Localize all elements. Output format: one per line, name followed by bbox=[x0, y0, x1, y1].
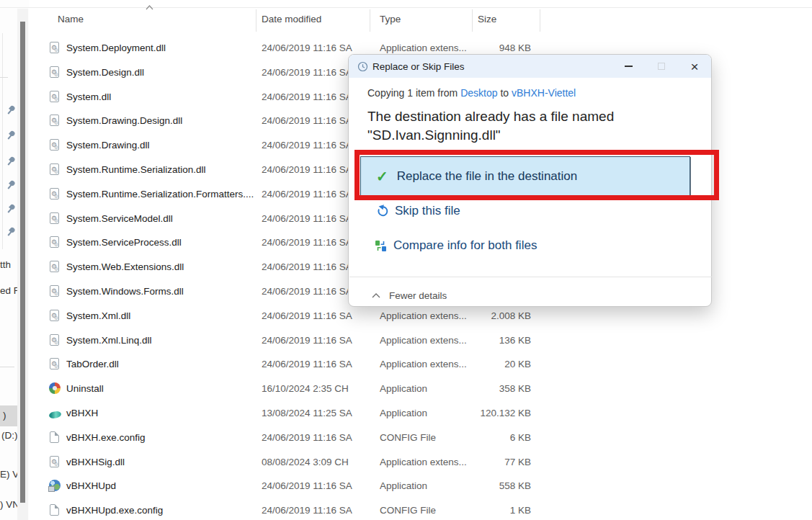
minimize-button[interactable] bbox=[612, 55, 645, 78]
file-name-cell: System.Runtime.Serialization.dll bbox=[66, 164, 206, 175]
date-modified-cell: 24/06/2019 11:16 SA bbox=[262, 480, 352, 491]
size-cell: 136 KB bbox=[432, 334, 531, 345]
highlight-annotation-box bbox=[354, 150, 719, 200]
date-modified-cell: 13/08/2024 11:25 SA bbox=[262, 408, 352, 418]
date-modified-cell: 24/06/2019 11:16 SA bbox=[262, 334, 352, 345]
file-icon bbox=[50, 261, 59, 272]
clock-icon bbox=[357, 61, 368, 72]
conflict-message-line1: The destination already has a file named bbox=[367, 107, 614, 126]
file-name-cell: System.Runtime.Serialization.Formatters.… bbox=[66, 188, 254, 199]
fewer-details-label: Fewer details bbox=[389, 290, 447, 301]
date-modified-cell: 24/06/2019 11:16 SA bbox=[262, 212, 352, 223]
size-cell: 6 KB bbox=[432, 431, 531, 442]
size-cell: 358 KB bbox=[432, 383, 531, 394]
file-icon bbox=[50, 358, 59, 369]
date-modified-cell: 24/06/2019 11:16 SA bbox=[262, 286, 352, 297]
close-button[interactable]: × bbox=[678, 55, 711, 78]
file-name-cell: vBHXHUpd bbox=[66, 480, 116, 491]
dialog-titlebar[interactable]: Replace or Skip Files × bbox=[349, 55, 711, 78]
table-row[interactable]: vBHXHSig.dll 08/08/2024 3:09 CH Applicat… bbox=[29, 449, 576, 474]
file-name-cell: System.Drawing.Design.dll bbox=[66, 115, 182, 126]
file-name-cell: System.ServiceProcess.dll bbox=[66, 237, 182, 248]
table-row[interactable]: vBHXH.exe.config 24/06/2019 11:16 SA CON… bbox=[29, 425, 576, 449]
file-icon bbox=[50, 163, 59, 175]
file-icon bbox=[50, 115, 59, 126]
date-modified-cell: 24/06/2019 11:16 SA bbox=[262, 237, 352, 248]
file-icon bbox=[50, 456, 59, 467]
copy-status-line: Copying 1 item from Desktop to vBHXH-Vie… bbox=[367, 87, 576, 99]
file-icon bbox=[50, 42, 59, 53]
table-row[interactable]: vBHXHUpd.exe.config 24/06/2019 11:16 SA … bbox=[29, 498, 576, 520]
file-icon bbox=[50, 310, 59, 321]
file-name-cell: Uninstall bbox=[66, 383, 104, 394]
file-icon bbox=[50, 504, 59, 516]
dialog-divider bbox=[349, 277, 712, 277]
destination-link[interactable]: vBHXH-Viettel bbox=[512, 87, 576, 99]
date-modified-cell: 24/06/2019 11:16 SA bbox=[262, 261, 352, 272]
date-modified-cell: 08/08/2024 3:09 CH bbox=[262, 456, 349, 467]
date-modified-cell: 24/06/2019 11:16 SA bbox=[262, 310, 352, 320]
file-name-cell: System.Xml.Linq.dll bbox=[66, 334, 152, 345]
maximize-icon bbox=[658, 63, 665, 70]
minimize-icon bbox=[625, 66, 633, 67]
type-cell: Application bbox=[380, 408, 427, 418]
size-cell: 2.008 KB bbox=[432, 310, 531, 320]
type-cell: CONFIG File bbox=[380, 505, 436, 516]
close-icon: × bbox=[690, 60, 698, 73]
file-icon bbox=[50, 139, 59, 151]
file-name-cell: vBHXHSig.dll bbox=[66, 456, 125, 467]
file-icon bbox=[49, 382, 61, 394]
copy-middle: to bbox=[500, 87, 509, 99]
file-icon bbox=[50, 212, 59, 224]
file-name-cell: vBHXH bbox=[66, 408, 98, 418]
size-cell: 1 KB bbox=[432, 505, 531, 516]
skip-file-label: Skip this file bbox=[395, 204, 460, 218]
file-icon bbox=[50, 431, 59, 443]
file-name-cell: System.ServiceModel.dll bbox=[66, 212, 173, 223]
file-name-cell: vBHXH.exe.config bbox=[66, 431, 146, 442]
conflict-message: The destination already has a file named… bbox=[367, 107, 614, 145]
file-name-cell: System.Design.dll bbox=[66, 66, 144, 77]
maximize-button[interactable] bbox=[645, 55, 678, 78]
file-icon bbox=[50, 91, 59, 102]
size-cell: 948 KB bbox=[432, 42, 531, 53]
table-row[interactable]: vBHXHUpd 24/06/2019 11:16 SA Application… bbox=[29, 473, 576, 498]
date-modified-cell: 24/06/2019 11:16 SA bbox=[262, 359, 352, 369]
compare-files-icon bbox=[375, 240, 387, 252]
date-modified-cell: 16/10/2024 2:35 CH bbox=[262, 383, 349, 394]
date-modified-cell: 24/06/2019 11:16 SA bbox=[262, 66, 352, 77]
file-icon bbox=[50, 236, 59, 248]
skip-arrow-icon bbox=[376, 205, 388, 218]
table-row[interactable]: TabOrder.dll 24/06/2019 11:16 SA Applica… bbox=[29, 351, 576, 376]
table-row[interactable]: vBHXH 13/08/2024 11:25 SA Application 12… bbox=[29, 400, 576, 425]
size-cell: 120.132 KB bbox=[432, 408, 531, 418]
date-modified-cell: 24/06/2019 11:16 SA bbox=[262, 431, 352, 442]
file-name-cell: System.Xml.dll bbox=[66, 310, 130, 320]
date-modified-cell: 24/06/2019 11:16 SA bbox=[262, 42, 352, 53]
date-modified-cell: 24/06/2019 11:16 SA bbox=[262, 115, 352, 126]
table-row[interactable]: System.Xml.Linq.dll 24/06/2019 11:16 SA … bbox=[29, 328, 576, 352]
type-cell: Application bbox=[380, 383, 427, 394]
table-row[interactable]: Uninstall 16/10/2024 2:35 CH Application… bbox=[29, 376, 576, 400]
compare-files-label: Compare info for both files bbox=[393, 238, 537, 253]
size-cell: 20 KB bbox=[432, 359, 531, 369]
file-name-cell: System.Web.Extensions.dll bbox=[66, 261, 184, 272]
file-icon bbox=[50, 66, 59, 78]
dialog-title: Replace or Skip Files bbox=[372, 61, 465, 72]
date-modified-cell: 24/06/2019 11:16 SA bbox=[262, 91, 352, 102]
file-name-cell: System.Deployment.dll bbox=[66, 42, 166, 53]
file-name-cell: vBHXHUpd.exe.config bbox=[66, 505, 163, 516]
size-cell: 558 KB bbox=[432, 480, 531, 491]
compare-files-button[interactable]: Compare info for both files bbox=[375, 238, 537, 253]
fewer-details-toggle[interactable]: Fewer details bbox=[372, 287, 447, 304]
file-icon bbox=[50, 285, 59, 297]
file-name-cell: System.dll bbox=[66, 91, 111, 102]
date-modified-cell: 24/06/2019 11:16 SA bbox=[262, 505, 352, 516]
conflict-message-line2: "SD.Ivan.Signning.dll" bbox=[367, 126, 614, 145]
date-modified-cell: 24/06/2019 11:16 SA bbox=[262, 164, 352, 175]
skip-file-button[interactable]: Skip this file bbox=[376, 204, 460, 218]
file-icon bbox=[49, 480, 61, 491]
file-name-cell: System.Windows.Forms.dll bbox=[66, 286, 184, 297]
type-cell: CONFIG File bbox=[380, 431, 436, 442]
source-link[interactable]: Desktop bbox=[460, 87, 497, 99]
